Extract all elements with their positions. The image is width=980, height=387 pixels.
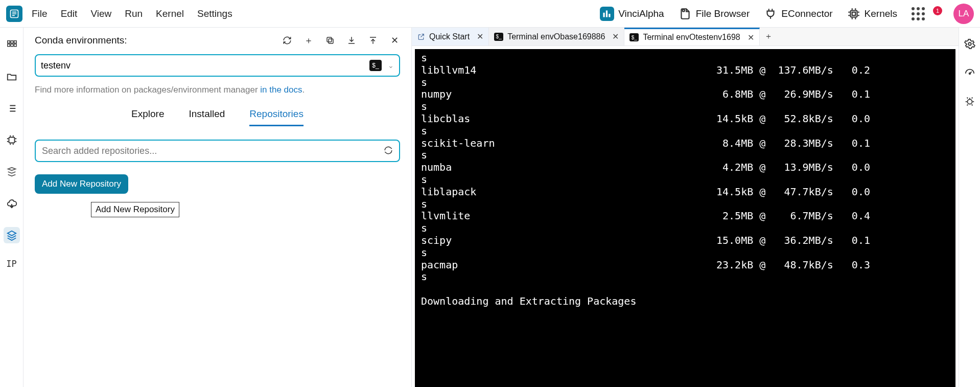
rail-stack-icon[interactable] [4, 164, 20, 180]
add-repository-tooltip: Add New Repository [91, 202, 179, 217]
vincialpha-label: VinciAlpha [618, 8, 664, 19]
right-rail-gear-icon[interactable] [962, 36, 978, 52]
svg-rect-3 [609, 14, 610, 17]
svg-rect-7 [7, 41, 10, 43]
tab-quick-start-label: Quick Start [429, 32, 470, 41]
copy-icon[interactable] [324, 35, 336, 46]
terminal-icon: $_ [629, 33, 639, 41]
close-icon[interactable]: ✕ [389, 35, 400, 46]
menu-settings[interactable]: Settings [197, 8, 232, 19]
right-rail-bug-icon[interactable] [962, 93, 978, 109]
svg-rect-14 [329, 39, 333, 43]
file-browser-button[interactable]: File Browser [679, 7, 750, 20]
svg-rect-1 [603, 12, 605, 17]
notifications-badge: 1 [933, 6, 942, 15]
terminal-chip-icon[interactable]: $_ [369, 60, 382, 71]
add-tab-button[interactable]: ＋ [760, 28, 777, 45]
svg-rect-8 [11, 41, 13, 43]
tab-terminal-1[interactable]: $_ Terminal envObase169886 ✕ [489, 28, 624, 45]
kernels-button[interactable]: Kernels [847, 7, 897, 20]
svg-rect-9 [14, 41, 16, 43]
svg-point-16 [968, 42, 971, 45]
rail-cloud-icon[interactable] [4, 195, 20, 212]
docs-hint-prefix: Find more information on packages/enviro… [35, 85, 260, 95]
tab-terminal-1-label: Terminal envObase169886 [507, 32, 605, 41]
svg-rect-5 [850, 10, 857, 17]
vincialpha-icon [600, 7, 614, 21]
tab-terminal-1-close-icon[interactable]: ✕ [612, 32, 619, 41]
file-browser-icon [679, 7, 692, 20]
add-repository-button[interactable]: Add New Repository [35, 174, 128, 194]
refresh-icon[interactable] [282, 35, 293, 46]
econnector-label: EConnector [781, 8, 832, 19]
tab-terminal-2-close-icon[interactable]: ✕ [748, 33, 754, 42]
svg-rect-11 [11, 44, 13, 47]
menu-kernel[interactable]: Kernel [156, 8, 184, 19]
avatar[interactable]: LA [953, 4, 974, 24]
cpu-icon [847, 7, 860, 20]
repo-search-input[interactable] [42, 146, 384, 156]
rail-grid-icon[interactable] [4, 37, 20, 53]
tab-explore[interactable]: Explore [131, 108, 164, 126]
plug-icon [764, 7, 777, 20]
tab-quick-start-close-icon[interactable]: ✕ [477, 32, 483, 41]
conda-panel-title: Conda environments: [35, 35, 127, 46]
upload-icon[interactable] [367, 35, 379, 46]
menu-edit[interactable]: Edit [61, 8, 78, 19]
rail-list-icon[interactable] [4, 100, 20, 117]
terminal-icon: $_ [494, 33, 503, 41]
app-logo[interactable] [6, 6, 22, 22]
grip-icon[interactable] [912, 7, 925, 20]
refresh-search-icon[interactable] [384, 146, 393, 156]
rail-folder-icon[interactable] [4, 69, 20, 85]
docs-hint-suffix: . [302, 85, 305, 95]
svg-rect-6 [852, 12, 855, 15]
download-icon[interactable] [346, 35, 357, 46]
menu-run[interactable]: Run [125, 8, 143, 19]
repo-search[interactable] [35, 140, 400, 162]
econnector-button[interactable]: EConnector [764, 7, 832, 20]
menu-file[interactable]: File [32, 8, 48, 19]
tab-terminal-2[interactable]: $_ Terminal envOtestenv1698 ✕ [624, 28, 759, 45]
tab-installed[interactable]: Installed [189, 108, 225, 126]
terminal-output[interactable]: s libllvm14 31.5MB @ 137.6MB/s 0.2 s num… [415, 49, 955, 387]
docs-link[interactable]: in the docs [260, 85, 302, 95]
chevron-down-icon[interactable]: ⌄ [388, 61, 394, 70]
tab-repositories[interactable]: Repositories [249, 108, 304, 126]
environment-input[interactable] [41, 60, 369, 71]
environment-select[interactable]: $_ ⌄ [35, 54, 400, 77]
plus-icon[interactable]: ＋ [303, 35, 314, 46]
file-browser-label: File Browser [696, 8, 750, 19]
svg-rect-13 [9, 138, 14, 143]
tab-terminal-2-label: Terminal envOtestenv1698 [643, 33, 740, 42]
right-rail-gauge-icon[interactable] [962, 64, 978, 81]
rail-cpu-icon[interactable] [4, 132, 20, 148]
svg-rect-10 [7, 44, 10, 47]
tab-quick-start[interactable]: Quick Start ✕ [412, 28, 489, 45]
rail-ip-label[interactable]: IP [6, 259, 16, 269]
svg-point-4 [682, 9, 684, 11]
rail-layers-icon[interactable] [4, 227, 20, 243]
svg-point-18 [967, 99, 972, 104]
svg-rect-15 [327, 37, 332, 42]
menu-view[interactable]: View [90, 8, 111, 19]
svg-rect-12 [14, 44, 16, 47]
kernels-label: Kernels [865, 8, 897, 19]
docs-hint: Find more information on packages/enviro… [35, 85, 400, 95]
svg-rect-2 [606, 10, 608, 17]
launch-icon [417, 33, 425, 41]
vincialpha-button[interactable]: VinciAlpha [600, 7, 664, 21]
